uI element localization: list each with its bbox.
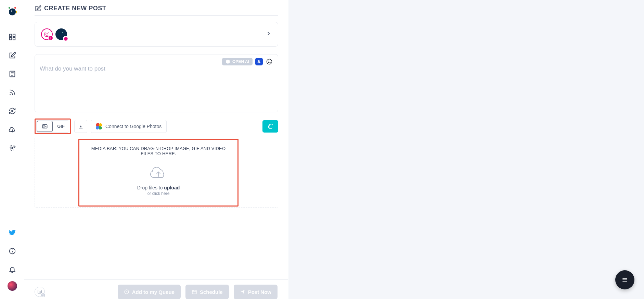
- svg-point-19: [12, 250, 12, 250]
- queue-icon: [124, 289, 129, 295]
- preview-panel: [288, 0, 644, 299]
- nav-notifications-icon[interactable]: [5, 263, 19, 276]
- hashtag-button[interactable]: [255, 58, 263, 65]
- send-icon: [240, 289, 245, 295]
- nav-cloud-icon[interactable]: [5, 123, 19, 136]
- nav-compose-icon[interactable]: [5, 49, 19, 62]
- add-to-queue-button[interactable]: Add to my Queue: [118, 285, 181, 299]
- media-dropzone[interactable]: MEDIA BAR: YOU CAN DRAG-N-DROP IMAGE, GI…: [78, 139, 239, 207]
- media-dropzone-container: MEDIA BAR: YOU CAN DRAG-N-DROP IMAGE, GI…: [35, 138, 278, 208]
- nav-settings-icon[interactable]: [5, 141, 19, 155]
- account-count-badge: 1: [48, 35, 53, 41]
- compose-icon: [35, 5, 41, 12]
- gif-tab[interactable]: GIF: [53, 121, 69, 132]
- post-text-input[interactable]: [40, 59, 273, 100]
- svg-point-12: [10, 94, 11, 95]
- account-chip-2[interactable]: [55, 28, 67, 40]
- svg-rect-27: [192, 290, 196, 294]
- nav-info-icon[interactable]: [5, 244, 19, 258]
- google-photos-button[interactable]: Connect to Google Photos: [91, 120, 167, 133]
- nav-recycle-icon[interactable]: [5, 104, 19, 118]
- svg-point-16: [14, 146, 15, 148]
- svg-point-2: [8, 7, 10, 9]
- svg-point-20: [267, 59, 272, 64]
- tutorial-highlight-media-toggle: GIF: [35, 119, 71, 134]
- media-type-toggle: GIF: [36, 120, 69, 133]
- accounts-selector[interactable]: 1: [35, 22, 278, 47]
- google-photos-label: Connect to Google Photos: [105, 124, 162, 129]
- svg-point-24: [44, 125, 44, 126]
- app-logo[interactable]: [7, 5, 18, 17]
- svg-point-13: [11, 110, 13, 112]
- expand-accounts-button[interactable]: [266, 30, 272, 38]
- svg-point-1: [11, 10, 12, 11]
- dropzone-heading: MEDIA BAR: YOU CAN DRAG-N-DROP IMAGE, GI…: [91, 146, 226, 156]
- upload-cloud-icon: [149, 164, 168, 179]
- openai-label: OPEN AI: [232, 59, 249, 64]
- svg-rect-5: [13, 34, 15, 36]
- chevron-right-icon: [266, 30, 272, 37]
- menu-icon: [621, 276, 628, 283]
- schedule-button[interactable]: Schedule: [185, 285, 229, 299]
- nav-posts-icon[interactable]: [5, 67, 19, 81]
- account-chip-1[interactable]: 1: [41, 28, 53, 40]
- page-title-row: CREATE NEW POST: [35, 5, 278, 16]
- nav-dashboard-icon[interactable]: [5, 30, 19, 44]
- page-title: CREATE NEW POST: [44, 5, 106, 12]
- selected-accounts: 1: [41, 28, 67, 40]
- svg-rect-31: [622, 278, 627, 279]
- svg-rect-32: [622, 279, 627, 280]
- svg-rect-6: [9, 38, 11, 40]
- emoji-icon: [266, 58, 273, 65]
- composer-toolbar: OPEN AI: [222, 58, 273, 65]
- svg-point-15: [11, 147, 13, 149]
- dropzone-subtext: or click here: [91, 191, 226, 196]
- nav-twitter-icon[interactable]: [5, 226, 19, 239]
- nav-rss-icon[interactable]: [5, 86, 19, 99]
- svg-rect-7: [13, 38, 15, 40]
- google-photos-icon: [96, 123, 102, 129]
- svg-rect-4: [9, 34, 11, 36]
- svg-rect-33: [622, 281, 627, 282]
- sidebar: [0, 0, 24, 299]
- post-now-button[interactable]: Post Now: [234, 285, 278, 299]
- library-button[interactable]: [74, 120, 87, 133]
- footer-account-chip[interactable]: 1: [35, 287, 45, 297]
- dropzone-instruction: Drop files to upload: [91, 185, 226, 190]
- composer-footer: 1 Add to my Queue Schedule Post Now: [24, 279, 288, 299]
- instagram-badge-icon: [63, 36, 68, 41]
- svg-point-0: [9, 9, 15, 15]
- openai-icon: [226, 59, 230, 64]
- help-fab[interactable]: [615, 270, 634, 289]
- openai-button[interactable]: OPEN AI: [222, 58, 253, 65]
- image-tab[interactable]: [37, 121, 53, 132]
- canva-button[interactable]: C: [262, 120, 278, 133]
- svg-point-22: [270, 61, 271, 61]
- image-icon: [42, 123, 48, 129]
- footer-account-count: 1: [40, 292, 46, 298]
- main-column: CREATE NEW POST 1 OPEN AI: [24, 0, 288, 208]
- svg-point-21: [268, 61, 269, 61]
- media-toolbar: GIF Connect to Google Photos C: [35, 119, 278, 134]
- hashtag-icon: [257, 59, 261, 64]
- svg-point-3: [14, 7, 16, 9]
- library-icon: [78, 124, 83, 129]
- user-avatar[interactable]: [8, 281, 17, 291]
- emoji-button[interactable]: [266, 58, 273, 65]
- calendar-icon: [192, 289, 197, 295]
- post-composer: OPEN AI: [35, 54, 278, 112]
